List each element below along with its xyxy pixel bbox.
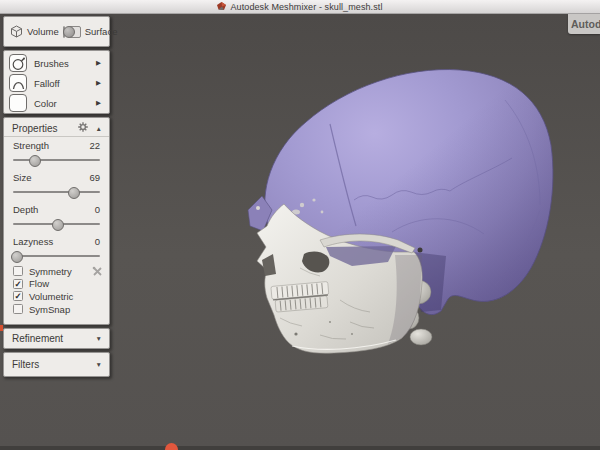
meshmixer-logo-icon (217, 2, 226, 11)
tool-row-brushes[interactable]: Brushes ▶ (4, 53, 109, 73)
wrench-icon[interactable] (92, 266, 103, 277)
surface-mode-label: Surface (85, 26, 118, 37)
volume-mode-label: Volume (27, 26, 59, 37)
properties-panel: Properties ▲ Strength22 Size69 Depth0 La… (3, 117, 110, 325)
title-bar: Autodesk Meshmixer - skull_mesh.stl (0, 0, 600, 14)
meshmixer-window: Autodesk Meshmixer - skull_mesh.stl (0, 0, 600, 450)
properties-header[interactable]: Properties ▲ (4, 118, 109, 137)
refinement-panel: Refinement ▼ (3, 328, 110, 349)
checkbox-label: SymSnap (29, 304, 70, 315)
mode-toggle-panel: Volume Surface (3, 16, 110, 47)
color-swatch-icon[interactable] (9, 94, 27, 112)
section-title: Refinement (12, 333, 63, 344)
falloff-curve-icon[interactable] (9, 74, 27, 92)
triangle-right-icon[interactable]: ▶ (96, 59, 101, 67)
strength-slider[interactable] (13, 152, 100, 169)
collapse-triangle-icon[interactable]: ▲ (96, 125, 102, 132)
slider-value: 0 (95, 236, 100, 248)
slider-handle[interactable] (11, 251, 23, 263)
slider-label: Size (13, 172, 31, 184)
brush-indicator-dot (165, 443, 178, 450)
slider-track[interactable] (13, 255, 100, 257)
slider-handle[interactable] (52, 219, 64, 231)
autodesk-brand-tab[interactable]: Autodesk (568, 14, 600, 34)
tool-row-color[interactable]: Color ▶ (4, 93, 109, 113)
size-slider[interactable] (13, 184, 100, 201)
checkbox-row-flow[interactable]: ✓ Flow (13, 278, 109, 291)
cube-icon (10, 25, 23, 38)
slider-track[interactable] (13, 191, 100, 193)
slider-label: Lazyness (13, 236, 53, 248)
slider-label: Strength (13, 140, 49, 152)
checkbox-label: Volumetric (29, 291, 73, 302)
symsnap-checkbox[interactable] (13, 304, 23, 314)
skull-teeth (271, 282, 330, 313)
ear-canal (418, 248, 423, 253)
checkbox-label: Symmetry (29, 266, 72, 277)
tool-row-falloff[interactable]: Falloff ▶ (4, 73, 109, 93)
symmetry-checkbox[interactable] (13, 266, 23, 276)
checkbox-row-symmetry[interactable]: Symmetry (13, 265, 109, 278)
triangle-right-icon[interactable]: ▶ (96, 99, 101, 107)
expand-triangle-icon[interactable]: ▼ (96, 361, 102, 368)
lazyness-slider[interactable] (13, 248, 100, 265)
section-title: Filters (12, 359, 39, 370)
filters-panel: Filters ▼ (3, 352, 110, 377)
triangle-right-icon[interactable]: ▶ (96, 79, 101, 87)
slider-label: Depth (13, 204, 38, 216)
depth-slider[interactable] (13, 216, 100, 233)
refinement-header[interactable]: Refinement ▼ (4, 329, 109, 348)
volume-surface-toggle[interactable] (63, 26, 65, 38)
tool-label: Color (34, 98, 57, 109)
tool-label: Falloff (34, 78, 60, 89)
slider-value: 22 (89, 140, 100, 152)
checkbox-row-volumetric[interactable]: ✓ Volumetric (13, 290, 109, 303)
expand-triangle-icon[interactable]: ▼ (96, 335, 102, 342)
slider-value: 0 (95, 204, 100, 216)
checkbox-row-symsnap[interactable]: SymSnap (13, 303, 109, 316)
brush-tools-panel: Brushes ▶ Falloff ▶ Color ▶ (3, 50, 110, 114)
tool-label: Brushes (34, 58, 69, 69)
gear-icon[interactable] (78, 122, 88, 132)
panel-edge-marker (0, 325, 3, 331)
slider-handle[interactable] (29, 155, 41, 167)
toggle-knob[interactable] (63, 26, 75, 38)
slider-track[interactable] (13, 159, 100, 161)
window-title: Autodesk Meshmixer - skull_mesh.stl (230, 2, 382, 12)
brand-label: Autodesk (568, 18, 600, 30)
mental-foramen-dot (294, 332, 297, 335)
properties-title: Properties (12, 123, 58, 134)
slider-value: 69 (89, 172, 100, 184)
slider-handle[interactable] (68, 187, 80, 199)
flow-checkbox[interactable]: ✓ (13, 279, 23, 289)
filters-header[interactable]: Filters ▼ (4, 353, 109, 376)
checkbox-label: Flow (29, 278, 49, 289)
volumetric-checkbox[interactable]: ✓ (13, 291, 23, 301)
viewport-bottom-bar (0, 446, 600, 450)
brush-circle-icon[interactable] (9, 54, 27, 72)
